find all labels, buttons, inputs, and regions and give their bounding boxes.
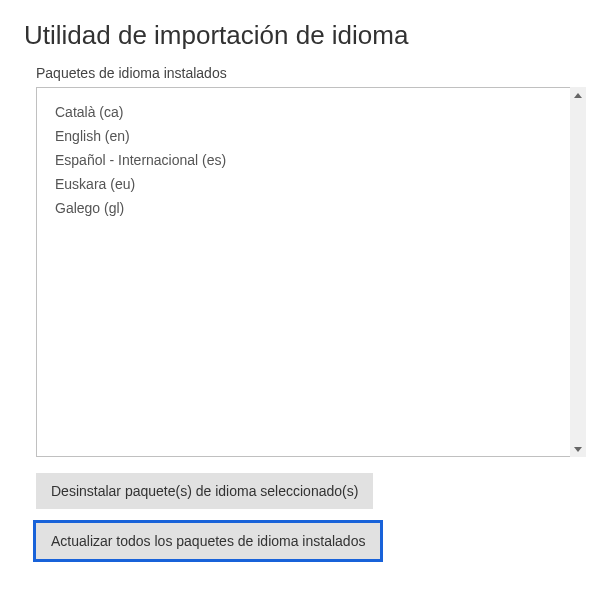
list-item[interactable]: English (en) xyxy=(55,124,561,148)
list-item[interactable]: Galego (gl) xyxy=(55,196,561,220)
scrollbar[interactable] xyxy=(570,87,586,457)
list-item[interactable]: Català (ca) xyxy=(55,100,561,124)
page-title: Utilidad de importación de idioma xyxy=(24,20,589,51)
scroll-up-icon[interactable] xyxy=(570,87,586,103)
update-all-button[interactable]: Actualizar todos los paquetes de idioma … xyxy=(36,523,380,559)
list-item[interactable]: Español - Internacional (es) xyxy=(55,148,561,172)
language-listbox[interactable]: Català (ca) English (en) Español - Inter… xyxy=(36,87,586,457)
listbox-label: Paquetes de idioma instalados xyxy=(36,65,589,81)
list-item[interactable]: Euskara (eu) xyxy=(55,172,561,196)
scroll-down-icon[interactable] xyxy=(570,441,586,457)
listbox-wrapper: Català (ca) English (en) Español - Inter… xyxy=(36,87,586,457)
uninstall-button[interactable]: Desinstalar paquete(s) de idioma selecci… xyxy=(36,473,373,509)
